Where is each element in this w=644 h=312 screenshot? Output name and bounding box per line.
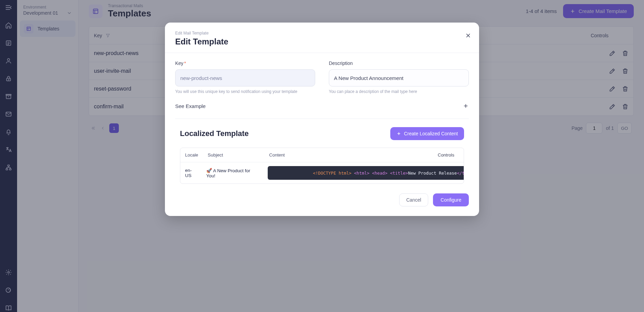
modal-breadcrumb: Edit Mail Template [175, 31, 469, 36]
localized-row: en-US 🚀 A New Product for You! <!DOCTYPE… [180, 162, 464, 184]
col-header-locale: Locale [180, 152, 203, 158]
plus-icon [463, 103, 469, 109]
see-example-toggle[interactable]: See Example [175, 103, 469, 119]
key-helper: You will use this unique key to send not… [175, 89, 315, 94]
key-input [175, 69, 315, 86]
create-localized-content-button[interactable]: Create Localized Content [390, 127, 464, 140]
cancel-button[interactable]: Cancel [399, 193, 429, 206]
col-header-controls: Controls [433, 152, 464, 158]
description-input[interactable] [329, 69, 469, 86]
edit-template-modal: Edit Mail Template Edit Template Key* Yo… [165, 23, 479, 216]
content-code-preview: <!DOCTYPE html> <html> <head> <title>New… [268, 166, 464, 180]
configure-button[interactable]: Configure [433, 193, 469, 206]
localized-table: Locale Subject Content Controls en-US 🚀 … [180, 148, 464, 184]
col-header-subject: Subject [203, 152, 264, 158]
modal-title: Edit Template [175, 37, 469, 46]
plus-icon [396, 131, 401, 136]
localized-template-title: Localized Template [180, 129, 249, 138]
key-field-label: Key* [175, 60, 315, 66]
description-helper: You can place a description of the mail … [329, 89, 469, 94]
close-icon[interactable] [465, 32, 472, 39]
col-header-content: Content [264, 152, 433, 158]
description-field-label: Description [329, 60, 469, 66]
